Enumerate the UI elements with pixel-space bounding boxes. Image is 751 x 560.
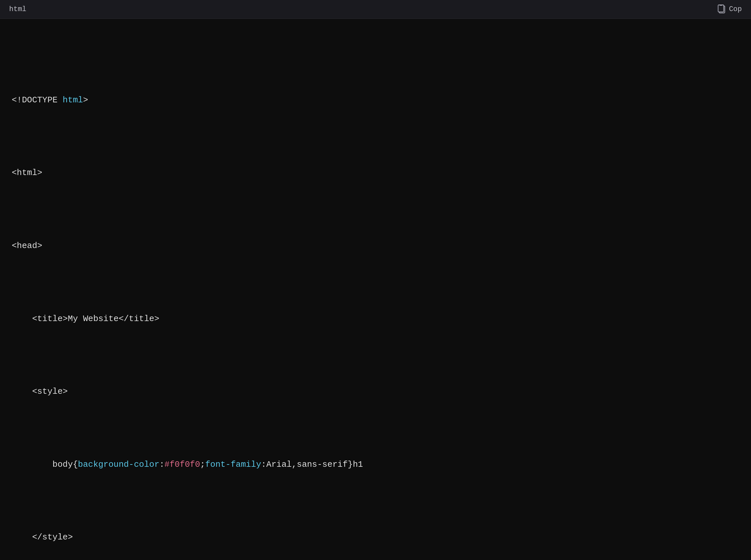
- code-value: #f0f0f0: [165, 460, 200, 469]
- code-text: <!DOCTYPE: [12, 95, 63, 105]
- line-style-close: </style>: [12, 530, 739, 545]
- code-text: <html>: [12, 168, 42, 178]
- code-keyword: html: [63, 95, 83, 105]
- line-head-open: <head>: [12, 239, 739, 253]
- code-property: font-family: [205, 460, 261, 469]
- code-text: <title>My Website</title>: [12, 314, 159, 324]
- top-bar: html Cop: [0, 0, 751, 19]
- code-text: <style>: [12, 386, 68, 396]
- line-title: <title>My Website</title>: [12, 312, 739, 326]
- code-text: >: [83, 95, 88, 105]
- code-text: </style>: [12, 532, 73, 542]
- svg-rect-2: [720, 4, 723, 5]
- code-text: :Arial,sans-serif}h1: [261, 460, 363, 469]
- clipboard-icon: [718, 4, 726, 14]
- code-editor: <!DOCTYPE html> <html> <head> <title>My …: [0, 19, 751, 560]
- code-text: <head>: [12, 241, 42, 251]
- line-doctype: <!DOCTYPE html>: [12, 93, 739, 107]
- file-title: html: [9, 5, 26, 13]
- code-text: :: [159, 460, 165, 469]
- copy-button[interactable]: Cop: [718, 4, 742, 14]
- code-property: background-color: [78, 460, 159, 469]
- code-text: body{: [12, 460, 78, 469]
- line-body-css: body{background-color:#f0f0f0;font-famil…: [12, 457, 739, 472]
- code-text: ;: [200, 460, 205, 469]
- copy-label: Cop: [729, 5, 742, 13]
- svg-rect-1: [718, 5, 724, 12]
- line-style-open: <style>: [12, 384, 739, 399]
- top-bar-actions: Cop: [718, 4, 742, 14]
- line-html-open: <html>: [12, 165, 739, 180]
